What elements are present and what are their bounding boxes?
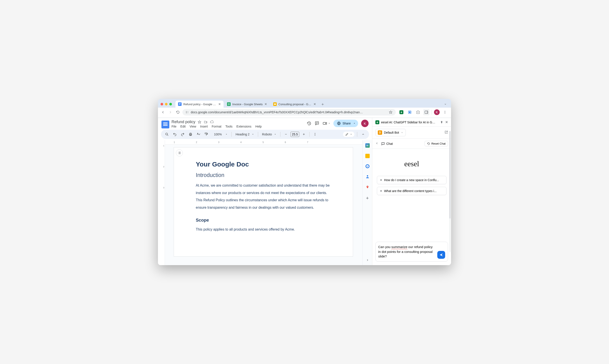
document-paper[interactable]: Your Google Doc Introduction At Acme, we… bbox=[174, 147, 353, 257]
doc-paragraph[interactable]: This policy applies to all products and … bbox=[196, 226, 331, 233]
suggestion-item[interactable]: ✦ What are the different content types i… bbox=[377, 187, 447, 195]
page-canvas[interactable]: Your Google Doc Introduction At Acme, we… bbox=[165, 144, 363, 265]
menu-edit[interactable]: Edit bbox=[181, 125, 186, 128]
doc-paragraph[interactable]: At Acme, we are committed to customer sa… bbox=[196, 182, 331, 211]
search-button[interactable] bbox=[164, 131, 170, 138]
tab-consulting-proposal[interactable]: Consulting proposal - Google… ✕ bbox=[271, 101, 319, 108]
svg-point-27 bbox=[367, 175, 368, 177]
tab-overflow-button[interactable] bbox=[442, 101, 448, 107]
more-toolbar-button[interactable] bbox=[312, 131, 318, 138]
close-sidebar-button[interactable]: ✕ bbox=[445, 120, 448, 124]
get-addons-button[interactable]: + bbox=[366, 195, 369, 201]
svg-point-25 bbox=[315, 134, 315, 135]
font-size-input[interactable]: 25.5 bbox=[290, 132, 299, 137]
extension-button[interactable] bbox=[407, 109, 413, 115]
profile-avatar[interactable]: K bbox=[434, 109, 440, 115]
meet-button[interactable] bbox=[323, 121, 330, 126]
history-button[interactable] bbox=[307, 121, 311, 126]
minimize-window-button[interactable] bbox=[165, 103, 168, 105]
side-dock: + bbox=[363, 140, 372, 265]
menu-file[interactable]: File bbox=[171, 125, 177, 128]
chat-body: eesel ✦ How do I create a new space in C… bbox=[372, 149, 451, 240]
window-controls bbox=[161, 103, 172, 105]
eesel-icon: e bbox=[400, 110, 403, 114]
close-tab-icon[interactable]: ✕ bbox=[313, 102, 316, 106]
increase-font-button[interactable]: + bbox=[300, 131, 307, 138]
paragraph-style-select[interactable]: Heading 2 bbox=[234, 132, 256, 136]
print-button[interactable] bbox=[187, 131, 194, 138]
tasks-addon-button[interactable] bbox=[365, 164, 369, 168]
scrollbar-thumb[interactable] bbox=[449, 131, 451, 219]
contacts-addon-button[interactable] bbox=[365, 174, 369, 179]
bot-selector[interactable]: D Default Bot bbox=[375, 129, 406, 136]
tab-refund-policy[interactable]: Refund policy - Google Docs ✕ bbox=[175, 101, 224, 108]
font-select[interactable]: Roboto bbox=[260, 132, 278, 136]
editing-mode-button[interactable] bbox=[343, 132, 354, 137]
close-tab-icon[interactable]: ✕ bbox=[218, 102, 221, 106]
back-button[interactable] bbox=[161, 110, 165, 114]
svg-rect-12 bbox=[427, 111, 428, 114]
redo-button[interactable] bbox=[179, 131, 186, 138]
svg-rect-1 bbox=[179, 103, 181, 104]
collapse-toolbar-button[interactable] bbox=[360, 131, 366, 138]
forward-button[interactable] bbox=[168, 110, 172, 114]
doc-heading-1[interactable]: Your Google Doc bbox=[196, 161, 331, 168]
menu-extensions[interactable]: Extensions bbox=[236, 125, 251, 128]
content: Refund policy File Edit View Insert Form… bbox=[158, 118, 451, 265]
browser-menu-button[interactable] bbox=[442, 109, 448, 115]
pin-icon[interactable] bbox=[440, 120, 443, 124]
move-icon[interactable] bbox=[204, 120, 207, 124]
extension-icon bbox=[408, 110, 412, 114]
account-avatar[interactable]: K bbox=[361, 120, 369, 127]
address-bar[interactable]: docs.google.com/document/d/1aebWrkqNiXhd… bbox=[182, 109, 396, 116]
sidepanel-button[interactable] bbox=[423, 109, 429, 115]
popout-button[interactable] bbox=[444, 130, 448, 135]
star-outline-icon[interactable] bbox=[197, 120, 201, 124]
paint-format-button[interactable] bbox=[203, 131, 209, 138]
svg-point-14 bbox=[445, 112, 445, 113]
spellcheck-button[interactable] bbox=[195, 131, 202, 138]
globe-lock-icon bbox=[337, 121, 341, 125]
caret-down-icon bbox=[225, 133, 228, 135]
docs-logo-icon[interactable] bbox=[161, 120, 169, 129]
redo-icon bbox=[181, 132, 185, 136]
maps-addon-button[interactable] bbox=[366, 185, 369, 189]
send-button[interactable] bbox=[437, 251, 445, 259]
extensions-menu-button[interactable] bbox=[415, 109, 421, 115]
outline-toggle-button[interactable] bbox=[176, 149, 183, 156]
tab-title: Refund policy - Google Docs bbox=[183, 103, 217, 106]
menu-format[interactable]: Format bbox=[212, 125, 221, 128]
compose-text[interactable]: Can you summarize our refund policy in d… bbox=[378, 245, 435, 259]
url-text: docs.google.com/document/d/1aebWrkqNiXhd… bbox=[191, 110, 363, 114]
hide-dock-button[interactable] bbox=[366, 259, 369, 262]
suggestion-item[interactable]: ✦ How do I create a new space in Conflu.… bbox=[377, 176, 447, 184]
doc-heading-2[interactable]: Introduction bbox=[196, 172, 331, 178]
close-window-button[interactable] bbox=[161, 103, 163, 105]
chat-back-button[interactable] bbox=[375, 142, 378, 146]
menu-help[interactable]: Help bbox=[255, 125, 262, 128]
menu-view[interactable]: View bbox=[190, 125, 196, 128]
tab-title: Consulting proposal - Google… bbox=[278, 103, 312, 106]
menu-tools[interactable]: Tools bbox=[225, 125, 233, 128]
maximize-window-button[interactable] bbox=[169, 103, 172, 105]
menu-insert[interactable]: Insert bbox=[200, 125, 208, 128]
doc-heading-3[interactable]: Scope bbox=[196, 218, 331, 223]
horizontal-ruler: 1 2 3 4 5 6 7 bbox=[165, 140, 363, 144]
star-icon[interactable] bbox=[389, 110, 393, 114]
close-tab-icon[interactable]: ✕ bbox=[264, 102, 267, 106]
chat-compose[interactable]: Can you summarize our refund policy in d… bbox=[375, 242, 448, 262]
calendar-addon-button[interactable] bbox=[365, 143, 370, 148]
reset-chat-button[interactable]: Reset Chat bbox=[425, 141, 448, 146]
comments-button[interactable] bbox=[315, 121, 319, 126]
reload-button[interactable] bbox=[176, 110, 180, 114]
eesel-extension-button[interactable]: e bbox=[398, 109, 404, 115]
new-tab-button[interactable]: ＋ bbox=[320, 101, 326, 107]
keep-addon-button[interactable] bbox=[365, 154, 370, 158]
undo-button[interactable] bbox=[171, 131, 178, 138]
tab-invoice[interactable]: Invoice - Google Sheets ✕ bbox=[224, 101, 270, 108]
document-title[interactable]: Refund policy bbox=[171, 120, 195, 124]
decrease-font-button[interactable]: − bbox=[283, 131, 289, 138]
cloud-saved-icon[interactable] bbox=[210, 120, 214, 124]
share-button[interactable]: Share bbox=[333, 120, 358, 127]
zoom-select[interactable]: 100% bbox=[211, 132, 229, 136]
